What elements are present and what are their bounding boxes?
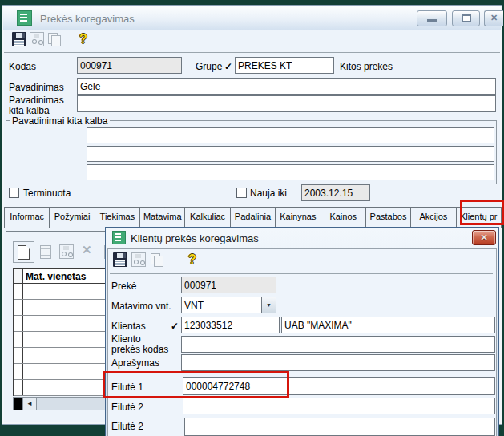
tab-akcijos[interactable]: Akcijos — [411, 208, 456, 228]
klientas-name-field[interactable] — [281, 317, 495, 333]
help-icon[interactable]: ? — [79, 32, 91, 46]
kliento-prekes-kodas-field[interactable] — [181, 336, 495, 353]
scrollbar-split-box[interactable] — [14, 398, 22, 410]
dialog-logo-icon — [112, 231, 126, 244]
grupe-label: Grupė — [196, 62, 222, 72]
app-logo-icon — [17, 10, 32, 26]
pavadinimas-kita-kalba-label: Pavadinimas kita kalba — [9, 95, 64, 116]
pavadinimai-field-1[interactable] — [87, 127, 494, 143]
matavimo-vnt-label: Matavimo vnt. — [111, 301, 171, 312]
toolbar-separator — [4, 52, 500, 53]
pavadinimas-field[interactable] — [77, 78, 496, 95]
pavadinimai-groupbox: Pavadinimai kita kalba — [6, 120, 497, 184]
dialog-save-icon[interactable] — [113, 252, 127, 267]
client-product-dialog: Klientų prekės koregavimas ✕ ? Prekė Mat… — [105, 227, 499, 436]
aprasymas-label: Aprašymas — [111, 358, 159, 369]
annotation-highlight-klientu-pr-tab — [460, 200, 504, 225]
main-window-title: Prekės koregavimas — [40, 13, 135, 25]
dialog-title: Klientų prekės koregavimas — [131, 232, 259, 244]
save-icon[interactable] — [12, 32, 26, 46]
nauja-iki-date-field[interactable] — [301, 184, 370, 201]
grupe-description: Kitos prekės — [340, 62, 393, 72]
dialog-close-button[interactable]: ✕ — [472, 230, 496, 245]
tab-pastabos[interactable]: Pastabos — [366, 208, 411, 228]
dialog-client-area: ? Prekė Matavimo vnt. VNT ▼ Klientas ✓ K… — [107, 248, 497, 436]
preke-label: Prekė — [111, 281, 136, 292]
tab-kainos[interactable]: Kainos — [321, 208, 366, 228]
grupe-field[interactable] — [235, 57, 334, 74]
new-row-button[interactable] — [13, 241, 34, 263]
klientas-lookup-check-icon[interactable]: ✓ — [171, 321, 179, 332]
main-titlebar[interactable]: Prekės koregavimas ✕ — [3, 6, 501, 30]
pavadinimai-field-2[interactable] — [87, 146, 494, 162]
matavimo-vnt-combobox[interactable]: VNT ▼ — [181, 297, 276, 313]
pavadinimas-kita-kalba-field[interactable] — [77, 95, 496, 112]
desktop-background: Prekės koregavimas ✕ ? Kodas Grupė ✓ Kit… — [0, 0, 504, 436]
eilute3-label: Eilutė 2 — [111, 422, 143, 432]
grupe-lookup-check-icon[interactable]: ✓ — [224, 61, 232, 72]
view-row-icon[interactable] — [59, 244, 74, 259]
matavimo-vnt-value: VNT — [182, 297, 261, 313]
tab-kalkuliac[interactable]: Kalkuliac — [185, 208, 230, 228]
close-icon: ✕ — [485, 13, 503, 23]
grid-selector-header — [14, 269, 23, 283]
preke-field[interactable] — [181, 277, 276, 293]
copy-icon[interactable] — [47, 32, 62, 46]
pavadinimai-groupbox-label: Pavadinimai kita kalba — [10, 115, 110, 127]
terminuota-label: Terminuota — [23, 188, 71, 199]
kodas-field[interactable] — [77, 57, 182, 74]
pavadinimai-field-3[interactable] — [87, 164, 494, 180]
eilute2-field[interactable] — [183, 398, 495, 414]
dialog-save-view-icon[interactable] — [131, 252, 146, 267]
eilute2-label: Eilutė 2 — [111, 402, 143, 413]
dialog-titlebar[interactable]: Klientų prekės koregavimas ✕ — [106, 228, 498, 248]
tab-padaliniai[interactable]: Padalinia — [231, 208, 276, 228]
aprasymas-field[interactable] — [181, 354, 495, 371]
minimize-button[interactable] — [417, 10, 447, 26]
delete-row-icon[interactable]: ✕ — [82, 243, 92, 256]
new-page-icon — [18, 245, 30, 260]
annotation-highlight-eilute1 — [103, 371, 289, 398]
tab-tiekimas[interactable]: Tiekimas — [95, 208, 140, 228]
scroll-left-button[interactable]: ◄ — [22, 398, 37, 410]
tab-matavimai[interactable]: Matavima — [140, 208, 185, 228]
kliento-prekes-kodas-label: Kliento prekės kodas — [111, 334, 168, 355]
dialog-help-icon[interactable]: ? — [188, 252, 200, 267]
edit-row-icon[interactable] — [40, 245, 51, 259]
tab-kainynas[interactable]: Kainynas — [276, 208, 321, 228]
combo-dropdown-button[interactable]: ▼ — [261, 297, 276, 313]
tab-informac[interactable]: Informac — [4, 208, 50, 228]
tab-strip: Informac Požymiai Tiekimas Matavima Kalk… — [4, 207, 502, 228]
kodas-label: Kodas — [9, 62, 36, 72]
save-view-icon[interactable] — [30, 32, 44, 46]
terminuota-checkbox[interactable] — [9, 188, 19, 198]
klientas-label: Klientas — [111, 321, 146, 332]
dialog-copy-icon[interactable] — [150, 252, 164, 267]
klientas-code-field[interactable] — [181, 317, 280, 333]
chevron-down-icon: ▼ — [266, 302, 272, 308]
tab-pozymiai[interactable]: Požymiai — [50, 208, 95, 228]
dialog-close-icon: ✕ — [473, 232, 495, 243]
nauja-iki-checkbox[interactable] — [236, 188, 247, 198]
eilute3-field[interactable] — [184, 418, 495, 436]
pavadinimas-label: Pavadinimas — [9, 83, 64, 93]
nauja-iki-label: Nauja iki — [250, 188, 287, 199]
dialog-toolbar-separator — [110, 273, 493, 274]
restore-button[interactable] — [452, 10, 480, 26]
close-button[interactable]: ✕ — [484, 10, 503, 26]
